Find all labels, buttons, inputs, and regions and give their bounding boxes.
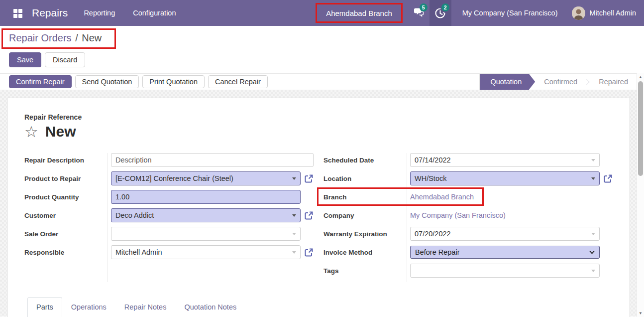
stage-widget: Quotation Confirmed Repaired (479, 74, 637, 90)
branch-selector-highlighted[interactable]: Ahemdabad Branch (316, 3, 403, 23)
form-right-column: Scheduled Date 07/14/2022 Location (323, 153, 613, 282)
tab-repair-notes[interactable]: Repair Notes (115, 297, 176, 317)
activities-button[interactable]: 2 (429, 0, 451, 26)
save-button[interactable]: Save (9, 52, 41, 67)
send-quotation-button[interactable]: Send Quotation (75, 75, 139, 88)
field-row-invoice-method: Invoice Method Before Repair (323, 245, 613, 259)
breadcrumb-separator: / (74, 32, 79, 43)
notebook-tabs: Parts Operations Repair Notes Quotation … (24, 297, 613, 317)
invoice-method-select[interactable]: Before Repair (410, 246, 600, 259)
field-row-warranty-expiration: Warranty Expiration 07/20/2022 (323, 227, 613, 241)
sale-order-label: Sale Order (24, 230, 107, 238)
scheduled-date-label: Scheduled Date (323, 157, 407, 164)
field-row-branch: Branch Ahemdabad Branch (323, 190, 613, 204)
dropdown-caret-icon (591, 159, 595, 161)
tab-parts[interactable]: Parts (27, 297, 62, 317)
dropdown-caret-icon (292, 251, 296, 254)
app-brand[interactable]: Repairs (28, 7, 75, 19)
activities-count-badge: 2 (441, 3, 449, 11)
messages-button[interactable]: 5 (408, 0, 429, 26)
tab-operations[interactable]: Operations (62, 297, 115, 317)
repair-description-input[interactable]: Description (111, 153, 314, 167)
field-row-tags: Tags (323, 264, 613, 278)
product-quantity-input[interactable]: 1.00 (111, 190, 301, 204)
product-to-repair-value: [E-COM12] Conference Chair (Steel) (115, 174, 233, 182)
cancel-repair-button[interactable]: Cancel Repair (208, 75, 268, 88)
dropdown-caret-icon (292, 214, 296, 217)
product-to-repair-input[interactable]: [E-COM12] Conference Chair (Steel) (111, 171, 301, 185)
company-link[interactable]: My Company (San Francisco) (410, 211, 506, 219)
scrollbar-thumb[interactable] (638, 81, 643, 176)
field-row-product-to-repair: Product to Repair [E-COM12] Conference C… (24, 171, 314, 185)
sale-order-input[interactable] (111, 227, 301, 241)
external-link-icon[interactable] (304, 211, 314, 220)
branch-link[interactable]: Ahemdabad Branch (410, 193, 474, 201)
form-left-column: Repair Description Description Product t… (24, 153, 314, 282)
scheduled-date-input[interactable]: 07/14/2022 (410, 153, 600, 167)
company-switcher[interactable]: My Company (San Francisco) (451, 0, 569, 26)
branch-label: Branch (323, 193, 407, 201)
discard-button[interactable]: Discard (45, 52, 85, 67)
stage-quotation[interactable]: Quotation (480, 74, 535, 90)
warranty-expiration-input[interactable]: 07/20/2022 (410, 227, 600, 241)
print-quotation-button[interactable]: Print Quotation (142, 75, 205, 88)
breadcrumb-current: New (82, 32, 102, 43)
product-to-repair-label: Product to Repair (24, 175, 107, 182)
responsible-value: Mitchell Admin (115, 248, 162, 256)
confirm-repair-button[interactable]: Confirm Repair (9, 75, 72, 88)
form-sheet: Repair Reference ☆ New Repair Descriptio… (7, 98, 630, 317)
external-link-icon[interactable] (603, 174, 613, 183)
tab-quotation-notes[interactable]: Quotation Notes (175, 297, 245, 317)
dropdown-caret-icon (292, 233, 296, 235)
field-row-product-quantity: Product Quantity 1.00 (24, 190, 314, 204)
external-link-icon[interactable] (304, 248, 314, 257)
breadcrumb-repair-orders[interactable]: Repair Orders (9, 32, 72, 43)
warranty-expiration-label: Warranty Expiration (323, 230, 407, 238)
field-row-location: Location WH/Stock (323, 171, 613, 185)
control-panel: Repair Orders / New Save Discard (0, 26, 644, 73)
user-name: Mitchell Admin (590, 9, 636, 17)
stage-repaired[interactable]: Repaired (590, 74, 637, 90)
product-quantity-label: Product Quantity (24, 193, 107, 201)
repair-description-value: Description (115, 156, 152, 164)
scrollbar-down-arrow-icon[interactable]: ▼ (637, 311, 644, 316)
external-link-icon[interactable] (304, 174, 314, 183)
scrollbar-up-arrow-icon[interactable]: ▲ (637, 75, 644, 79)
content-area: Repair Reference ☆ New Repair Descriptio… (0, 90, 644, 317)
user-avatar (572, 6, 585, 20)
branch-selector-label: Ahemdabad Branch (326, 9, 392, 17)
favorite-star-icon[interactable]: ☆ (24, 124, 38, 140)
grid-icon (13, 9, 22, 17)
warranty-expiration-value: 07/20/2022 (415, 230, 451, 238)
menu-reporting[interactable]: Reporting (75, 9, 124, 17)
location-value: WH/Stock (415, 174, 446, 182)
breadcrumb: Repair Orders / New (9, 32, 102, 44)
dropdown-caret-icon (591, 233, 595, 235)
breadcrumb-highlight-box: Repair Orders / New (1, 28, 116, 49)
select-chevron-icon (589, 250, 595, 254)
location-input[interactable]: WH/Stock (410, 171, 600, 185)
invoice-method-label: Invoice Method (323, 249, 407, 256)
responsible-input[interactable]: Mitchell Admin (111, 245, 301, 259)
customer-value: Deco Addict (115, 211, 154, 219)
repair-reference-value: New (45, 123, 76, 140)
vertical-scrollbar[interactable]: ▲ ▼ (637, 73, 644, 317)
field-row-sale-order: Sale Order (24, 227, 314, 241)
apps-menu-icon[interactable] (7, 0, 28, 26)
repair-reference-label: Repair Reference (24, 113, 613, 121)
stage-confirmed[interactable]: Confirmed (535, 74, 586, 90)
tags-label: Tags (323, 267, 407, 275)
field-row-scheduled-date: Scheduled Date 07/14/2022 (323, 153, 613, 167)
top-navbar: Repairs Reporting Configuration Ahemdaba… (0, 0, 644, 26)
customer-input[interactable]: Deco Addict (111, 208, 301, 222)
messages-count-badge: 5 (420, 3, 428, 11)
scheduled-date-value: 07/14/2022 (415, 156, 451, 164)
field-row-company: Company My Company (San Francisco) (323, 208, 613, 222)
tags-input[interactable] (410, 264, 600, 278)
invoice-method-value: Before Repair (415, 248, 459, 256)
dropdown-caret-icon (591, 177, 595, 180)
user-menu[interactable]: Mitchell Admin (569, 0, 644, 26)
menu-configuration[interactable]: Configuration (124, 9, 185, 17)
app-window: Repairs Reporting Configuration Ahemdaba… (0, 0, 644, 317)
product-quantity-value: 1.00 (115, 193, 129, 201)
